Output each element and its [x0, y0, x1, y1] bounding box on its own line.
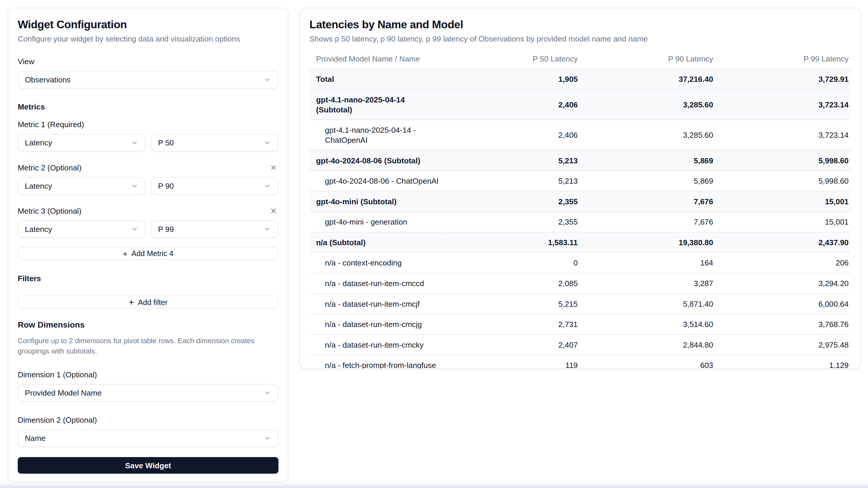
metric-1-measure-value: Latency — [25, 138, 52, 147]
widget-preview-panel: Latencies by Name and Model Shows p 50 l… — [300, 8, 861, 369]
metric-3-row: Latency P 99 — [18, 220, 279, 238]
save-widget-button[interactable]: Save Widget — [18, 457, 279, 474]
page-bottom-scroll-fade — [0, 482, 868, 488]
table-row: gpt-4o-2024-08-06 - ChatOpenAI 5,213 5,8… — [309, 171, 851, 191]
metric-3-measure-value: Latency — [25, 225, 52, 233]
row-p50-cell: 2,407 — [444, 335, 580, 355]
table-row: Total 1,905 37,216.40 3,729.91 — [309, 69, 851, 90]
row-name-cell: Total — [309, 69, 444, 90]
preview-title: Latencies by Name and Model — [309, 18, 851, 31]
row-p50-cell: 2,406 — [444, 120, 580, 150]
row-p99-cell: 6,000.64 — [715, 293, 851, 314]
row-p99-cell: 5,998.60 — [715, 171, 851, 191]
row-p90-cell: 3,287 — [580, 273, 715, 294]
close-icon — [270, 207, 277, 215]
chevron-down-icon — [264, 76, 271, 84]
row-name-cell: gpt-4o-2024-08-06 (Subtotal) — [309, 150, 444, 171]
metric-2-measure-select[interactable]: Latency — [18, 177, 145, 195]
row-p90-cell: 5,869 — [580, 171, 715, 191]
table-row: n/a - dataset-run-item-cmcky 2,407 2,844… — [309, 335, 851, 355]
metric-1-aggregation-value: P 50 — [158, 138, 174, 147]
table-row: n/a - fetch-prompt-from-langfuse 119 603… — [309, 355, 851, 369]
chevron-down-icon — [264, 389, 271, 397]
chevron-down-icon — [264, 434, 271, 442]
table-row: gpt-4o-mini (Subtotal) 2,355 7,676 15,00… — [309, 191, 851, 212]
metric-1-measure-select[interactable]: Latency — [18, 134, 145, 152]
chevron-down-icon — [264, 225, 271, 233]
metric-2-label: Metric 2 (Optional) — [18, 163, 82, 173]
page: Widget Configuration Configure your widg… — [0, 0, 868, 488]
row-p99-cell: 3,723.14 — [715, 120, 851, 150]
metric-2-measure-value: Latency — [25, 182, 52, 190]
metric-2-row: Latency P 90 — [18, 177, 279, 195]
metric-2-aggregation-select[interactable]: P 90 — [151, 177, 278, 195]
row-p99-cell: 15,001 — [715, 191, 851, 212]
row-p99-cell: 1,129 — [715, 355, 851, 369]
column-header-p99: P 99 Latency — [715, 51, 851, 69]
row-p50-cell: 5,213 — [444, 171, 580, 191]
row-dimensions-title: Row Dimensions — [18, 320, 279, 330]
row-p90-cell: 37,216.40 — [580, 69, 715, 90]
add-metric-button[interactable]: + Add Metric 4 — [18, 247, 279, 260]
row-p50-cell: 1,583.11 — [444, 232, 580, 253]
table-row: gpt-4.1-nano-2025-04-14 (Subtotal) 2,406… — [309, 90, 851, 120]
row-p50-cell: 2,085 — [444, 273, 580, 294]
dimension-1-select[interactable]: Provided Model Name — [18, 384, 279, 402]
preview-subtitle: Shows p 50 latency, p 90 latency, p 99 l… — [309, 33, 851, 44]
row-p99-cell: 2,437.90 — [715, 232, 851, 253]
close-icon — [270, 164, 277, 172]
add-filter-button[interactable]: + Add filter — [18, 295, 279, 309]
row-name-cell: n/a - dataset-run-item-cmccd — [309, 273, 444, 294]
view-select-value: Observations — [25, 75, 71, 84]
metric-3-measure-select[interactable]: Latency — [18, 220, 145, 238]
row-name-cell: gpt-4o-2024-08-06 - ChatOpenAI — [309, 171, 444, 191]
metric-3-aggregation-select[interactable]: P 99 — [151, 220, 278, 238]
chevron-down-icon — [130, 182, 138, 190]
row-p90-cell: 3,285.60 — [580, 90, 715, 120]
metric-1-aggregation-select[interactable]: P 50 — [151, 134, 278, 152]
remove-metric-2-button[interactable] — [269, 163, 279, 173]
remove-metric-3-button[interactable] — [269, 206, 279, 216]
latency-table-header-row: Provided Model Name / Name P 50 Latency … — [309, 51, 851, 69]
row-p50-cell: 2,355 — [444, 191, 580, 212]
row-p90-cell: 2,844.80 — [580, 335, 715, 355]
row-p90-cell: 7,676 — [580, 212, 715, 232]
chevron-down-icon — [130, 225, 138, 233]
row-name-cell: gpt-4o-mini (Subtotal) — [309, 191, 444, 212]
row-p90-cell: 5,871.40 — [580, 293, 715, 314]
dimension-2-select[interactable]: Name — [18, 429, 279, 447]
metric-3-label: Metric 3 (Optional) — [18, 206, 82, 216]
view-select[interactable]: Observations — [18, 71, 279, 89]
column-header-name: Provided Model Name / Name — [309, 51, 444, 69]
row-p50-cell: 5,215 — [444, 293, 580, 314]
column-header-p90: P 90 Latency — [580, 51, 715, 69]
metrics-section-label: Metrics — [18, 102, 279, 112]
plus-icon: + — [123, 249, 127, 258]
row-name-cell: n/a - context-encoding — [309, 253, 444, 273]
table-row: gpt-4o-mini - generation 2,355 7,676 15,… — [309, 212, 851, 232]
row-name-cell: n/a - dataset-run-item-cmcjf — [309, 293, 444, 314]
row-p99-cell: 206 — [715, 253, 851, 273]
row-p50-cell: 1,905 — [444, 69, 580, 90]
chevron-down-icon — [130, 139, 138, 147]
add-metric-label: Add Metric 4 — [131, 249, 173, 258]
row-p90-cell: 5,869 — [580, 150, 715, 171]
row-p50-cell: 2,406 — [444, 90, 580, 120]
config-panel-subtitle: Configure your widget by selecting data … — [18, 33, 279, 44]
row-p99-cell: 3,768.76 — [715, 314, 851, 335]
metric-1-row: Latency P 50 — [18, 134, 279, 152]
dimension-1-label: Dimension 1 (Optional) — [18, 370, 279, 380]
row-p50-cell: 5,213 — [444, 150, 580, 171]
metric-2-aggregation-value: P 90 — [158, 182, 174, 190]
add-filter-label: Add filter — [138, 298, 167, 306]
row-p99-cell: 15,001 — [715, 212, 851, 232]
row-p90-cell: 164 — [580, 253, 715, 273]
config-panel-title: Widget Configuration — [18, 18, 279, 31]
latency-table-body: Total 1,905 37,216.40 3,729.91 gpt-4.1-n… — [309, 69, 851, 369]
chevron-down-icon — [264, 182, 271, 190]
row-p50-cell: 119 — [444, 355, 580, 369]
plus-icon: + — [129, 298, 134, 307]
row-p90-cell: 19,380.80 — [580, 232, 715, 253]
table-row: n/a - dataset-run-item-cmcjf 5,215 5,871… — [309, 293, 851, 314]
row-p90-cell: 603 — [580, 355, 715, 369]
